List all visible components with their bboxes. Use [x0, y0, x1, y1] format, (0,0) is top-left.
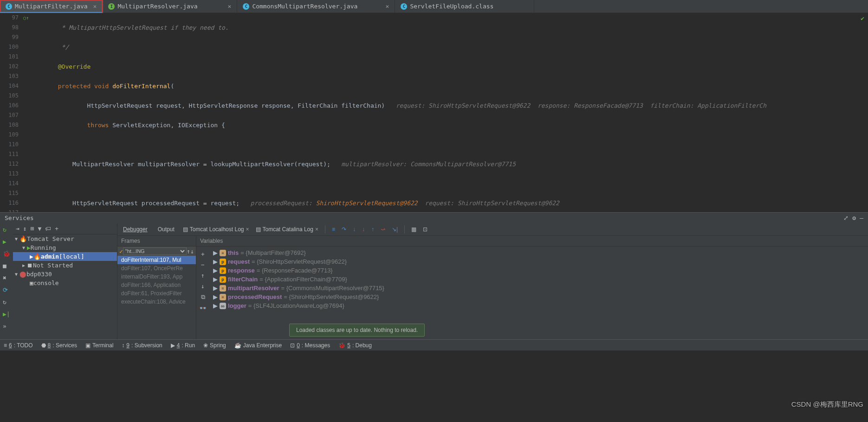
step-into-icon[interactable]: ↷ [342, 226, 346, 233]
services-body: ↻ ▶ 🐞 ■ ✖ ⟳ ↻ ▶| » ⇥ ↕ ⊞ ▼ 🏷 + ▼🔥 Tomcat… [0, 223, 868, 339]
copy-icon[interactable]: ⧉ [201, 293, 205, 301]
rerun-icon[interactable]: ↻ [3, 226, 10, 234]
svn-button[interactable]: ↕ 9: Subversion [122, 342, 162, 349]
frame-row[interactable]: executeChain:108, Advice [117, 298, 196, 306]
run-to-cursor-icon[interactable]: ⤻ [381, 226, 385, 233]
stop-icon[interactable]: ■ [3, 262, 10, 270]
sync-icon[interactable]: ⟳ [3, 286, 10, 294]
frames-panel: Frames ✓ "ht...ING ↑ ↓ doFilterInternal:… [117, 236, 196, 339]
gutter-marks: ○↑ [23, 13, 32, 212]
services-title: Services [5, 214, 34, 221]
frame-row[interactable]: internalDoFilter:193, App [117, 273, 196, 281]
debug-icon[interactable]: 🐞 [3, 250, 10, 258]
class-icon: C [401, 3, 407, 10]
trace-icon[interactable]: ⊡ [423, 226, 428, 233]
tab-multipartresolver[interactable]: I MultipartResolver.java × [103, 0, 237, 13]
resume-icon[interactable]: ▶| [3, 311, 10, 318]
tree-notstarted[interactable]: ▶⏹ Not Started [13, 261, 117, 270]
var-processedrequest[interactable]: ▶≡ processedRequest = {ShiroHttpServletR… [211, 292, 866, 301]
tab-debugger[interactable]: Debugger [121, 225, 149, 234]
class-icon: C [243, 3, 249, 10]
step-over-icon[interactable]: ≡ [332, 226, 335, 233]
reload-icon[interactable]: ↻ [3, 299, 10, 306]
close-icon[interactable]: × [222, 3, 232, 10]
run-icon[interactable]: ▶ [3, 238, 10, 246]
code-editor[interactable]: ✔ 979899 100101102 103104105 106107108 1… [0, 13, 868, 212]
add-watch-icon[interactable]: + [201, 251, 205, 258]
thread-selector[interactable]: "ht...ING [123, 247, 187, 255]
close-icon[interactable]: × [380, 3, 389, 10]
spring-button[interactable]: ❀ Spring [203, 342, 226, 349]
tab-label: MultipartResolver.java [117, 3, 197, 10]
run-button[interactable]: ▶ 4: Run [171, 342, 195, 349]
prev-frame-icon[interactable]: ↑ [187, 248, 190, 255]
editor-tabs: C MultipartFilter.java × I MultipartReso… [0, 0, 868, 13]
tab-commonsmultipartresolver[interactable]: C CommonsMultipartResolver.java × [237, 0, 395, 13]
code-area[interactable]: * MultipartHttpServletRequest if they ne… [32, 13, 868, 212]
debugger-tabs: Debugger Output ▤ Tomcat Localhost Log ×… [117, 223, 868, 236]
tree-console[interactable]: ▣ console [13, 279, 117, 287]
var-multipartresolver[interactable]: ▶≡ multipartResolver = {CommonsMultipart… [211, 284, 866, 292]
var-filterchain[interactable]: ▶p filterChain = {ApplicationFilterChain… [211, 275, 866, 284]
frame-row[interactable]: doFilterInternal:107, Mul [117, 256, 196, 264]
more-icon[interactable]: » [3, 323, 10, 330]
remove-watch-icon[interactable]: − [201, 261, 205, 268]
var-logger[interactable]: ▶∞ logger = {SLF4JLocationAwareLog@7694} [211, 301, 866, 310]
terminal-button[interactable]: ▣ Terminal [85, 342, 113, 349]
variables-panel: Variables + − ↑ ↓ ⧉ 👓 ▶≡ this = {Multipa… [196, 236, 868, 339]
interface-icon: I [108, 3, 115, 10]
tab-label: ServletFileUpload.class [410, 3, 493, 10]
variables-title: Variables [196, 236, 868, 247]
evaluate-icon[interactable]: ▦ [411, 226, 416, 233]
force-step-icon[interactable]: ↓ [362, 226, 365, 233]
tab-servletfileupload[interactable]: C ServletFileUpload.class [395, 0, 534, 13]
frame-row[interactable]: doFilter:107, OncePerRe [117, 264, 196, 273]
messages-button[interactable]: ⊡ 0: Messages [290, 342, 330, 349]
class-icon: C [6, 3, 12, 10]
expand-icon[interactable]: ⤢ [843, 214, 849, 221]
collapse-icon[interactable]: ⇥ [16, 225, 19, 232]
tab-tomcat-localhost-log[interactable]: ▤ Tomcat Localhost Log × [183, 226, 249, 233]
tree-bdp[interactable]: ▼⬤ bdp0330 [13, 270, 117, 279]
tab-label: MultipartFilter.java [15, 3, 88, 10]
tab-multipartfilter[interactable]: C MultipartFilter.java × [0, 0, 103, 13]
settings-icon[interactable]: ✖ [3, 274, 10, 282]
expand-icon[interactable]: ↕ [23, 225, 27, 232]
tree-tomcat[interactable]: ▼🔥 Tomcat Server [13, 234, 117, 243]
frame-row[interactable]: doFilter:166, Application [117, 281, 196, 289]
drop-frame-icon[interactable]: ↘| [392, 226, 398, 233]
close-icon[interactable]: × [88, 3, 97, 10]
debugger-area: Debugger Output ▤ Tomcat Localhost Log ×… [117, 223, 868, 339]
up-icon[interactable]: ↑ [201, 272, 205, 279]
services-tree: ⇥ ↕ ⊞ ▼ 🏷 + ▼🔥 Tomcat Server ▼▶ Running … [13, 223, 117, 339]
var-response[interactable]: ▶p response = {ResponseFacade@7713} [211, 266, 866, 275]
step-out-icon[interactable]: ↑ [371, 226, 374, 233]
variables-list: ▶≡ this = {MultipartFilter@7692} ▶p requ… [209, 247, 868, 312]
tree-running[interactable]: ▼▶ Running [13, 243, 117, 252]
tab-label: CommonsMultipartResolver.java [252, 3, 357, 10]
var-this[interactable]: ▶≡ this = {MultipartFilter@7692} [211, 248, 866, 257]
debug-button[interactable]: 🐞 5: Debug [338, 342, 372, 349]
step-down-icon[interactable]: ↓ [353, 226, 356, 233]
services-button[interactable]: ⬣ 8: Services [41, 342, 77, 349]
add-icon[interactable]: + [55, 225, 58, 232]
hide-icon[interactable]: — [860, 214, 863, 221]
gear-icon[interactable]: ⚙ [852, 214, 856, 221]
tag-icon[interactable]: 🏷 [45, 225, 51, 232]
tree-admin[interactable]: ▶ 🔥 admin [local] [13, 252, 117, 261]
tab-tomcat-catalina-log[interactable]: ▤ Tomcat Catalina Log × [256, 226, 318, 233]
next-frame-icon[interactable]: ↓ [190, 248, 194, 255]
filter-icon[interactable]: ▼ [38, 225, 41, 232]
down-icon[interactable]: ↓ [201, 283, 205, 290]
analysis-ok-icon: ✔ [861, 15, 864, 22]
javaee-button[interactable]: ☕ Java Enterprise [234, 342, 282, 349]
frame-row[interactable]: doFilter:61, ProxiedFilter [117, 289, 196, 298]
frames-title: Frames [117, 236, 196, 247]
group-icon[interactable]: ⊞ [31, 225, 34, 232]
services-header: Services ⤢ ⚙ — [0, 212, 868, 223]
var-request[interactable]: ▶p request = {ShiroHttpServletRequest@96… [211, 257, 866, 266]
todo-button[interactable]: ≡ 6: TODO [4, 342, 33, 349]
status-bar: ≡ 6: TODO ⬣ 8: Services ▣ Terminal ↕ 9: … [0, 339, 868, 351]
tab-output[interactable]: Output [156, 225, 176, 234]
glasses-icon[interactable]: 👓 [199, 305, 207, 312]
